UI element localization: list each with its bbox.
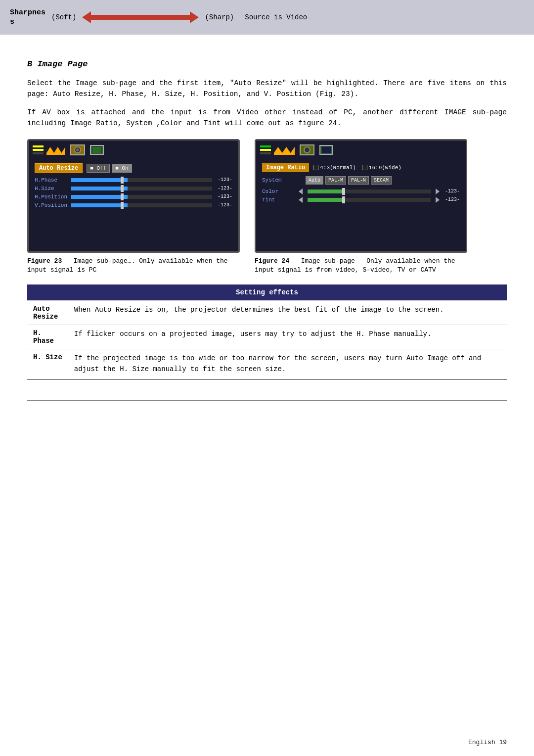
effects-table-header-row: Setting effects [27, 284, 507, 301]
hphase-thumb [121, 177, 124, 184]
table-row: H. Size If the projected image is too wi… [27, 349, 507, 379]
ratio-wide: 16:9(Wide) [362, 165, 401, 171]
hsize-track [71, 187, 212, 190]
auto-resize-label: Auto Resize [35, 163, 83, 173]
figure-23-monitor: Auto Resize ■ Off ■ On H.Phase - [27, 139, 240, 253]
arrow-left-icon [82, 11, 91, 23]
figures-row: Auto Resize ■ Off ■ On H.Phase - [27, 139, 507, 275]
toggle-on[interactable]: ■ On [112, 164, 132, 173]
image-ratio-label: Image Ratio [262, 163, 309, 172]
term-auto-resize: Auto Resize [27, 301, 68, 325]
hphase-row: H.Phase -123- [35, 177, 232, 183]
hpos-label: H.Position [35, 194, 68, 200]
sys-palm[interactable]: PAL-M [325, 176, 346, 185]
vpos-row: V.Position -123- [35, 202, 232, 208]
body-para-2: If AV box is attached and the input is f… [27, 107, 507, 129]
sharpness-bar: Sharpnes s (Soft) (Sharp) Source is Vide… [0, 0, 534, 35]
footer-divider [27, 400, 507, 401]
toolbar-icon-screen [90, 145, 104, 155]
vpos-value: -123- [215, 202, 232, 208]
tint-thumb [342, 196, 345, 203]
sharpness-label: Sharpnes s [10, 8, 45, 27]
monitor-toolbar-23 [33, 144, 234, 155]
hphase-track [71, 178, 212, 182]
sys-secam[interactable]: SECAM [371, 176, 392, 185]
table-row: Auto Resize When Auto Resize is on, the … [27, 301, 507, 325]
table-row: H. Phase If flicker occurs on a projecte… [27, 325, 507, 349]
figure-24-caption-label: Figure 24 [255, 257, 289, 265]
hpos-value: -123- [215, 194, 232, 199]
color-label: Color [262, 189, 296, 194]
hphase-label: H.Phase [35, 177, 68, 183]
hpos-track [71, 195, 212, 199]
figure-23-block: Auto Resize ■ Off ■ On H.Phase - [27, 139, 240, 275]
tint-value: -123- [443, 197, 460, 202]
term-hsize: H. Size [27, 349, 68, 379]
ratio-wide-text: 16:9(Wide) [369, 165, 401, 171]
sharpness-slider [82, 11, 199, 23]
system-row: System Auto PAL-M PAL-N SECAM [262, 176, 460, 185]
hsize-thumb [121, 185, 124, 192]
term-hphase: H. Phase [27, 325, 68, 349]
color-track [308, 189, 431, 193]
hphase-fill [71, 178, 128, 182]
toolbar-icon-gear [70, 144, 85, 155]
soft-label: (Soft) [51, 13, 76, 21]
color-row: Color -123- [262, 189, 460, 194]
source-label: Source is Video [245, 13, 307, 21]
tint-arrow-left [299, 197, 303, 203]
sys-auto[interactable]: Auto [306, 176, 323, 185]
toolbar-icon-bars [33, 145, 44, 154]
sys-paln[interactable]: PAL-N [348, 176, 369, 185]
desc-hsize: If the projected image is too wide or to… [68, 349, 507, 379]
figure-23-caption-label: Figure 23 [27, 257, 62, 265]
radio-box-normal [313, 165, 318, 170]
vpos-track [71, 203, 212, 207]
desc-hphase: If flicker occurs on a projected image, … [68, 325, 507, 349]
toolbar-icon-gear-24 [300, 144, 314, 155]
section-b-heading: B Image Page [27, 59, 507, 69]
image-ratio-row: Image Ratio 4:3(Normal) 16:9(Wide) [262, 163, 460, 172]
color-arrow-left [299, 189, 303, 194]
toolbar-icon-wave-24 [274, 145, 295, 155]
auto-resize-row: Auto Resize ■ Off ■ On [35, 163, 232, 173]
color-arrow-right [436, 189, 440, 194]
toggle-off[interactable]: ■ Off [87, 164, 110, 173]
monitor-toolbar-24 [260, 144, 462, 155]
effects-table-header: Setting effects [27, 284, 507, 301]
system-label: System [262, 177, 302, 183]
slider-track [91, 15, 190, 20]
hsize-fill [71, 187, 128, 190]
tint-row: Tint -123- [262, 197, 460, 203]
tint-track [308, 198, 431, 202]
hsize-label: H.Size [35, 186, 68, 191]
toolbar-icon-screen-24 [319, 145, 333, 155]
menu-content-24: Image Ratio 4:3(Normal) 16:9(Wide) Syste… [260, 160, 462, 208]
toolbar-icon-bars-24 [260, 145, 271, 154]
tint-label: Tint [262, 197, 296, 203]
color-fill [308, 189, 345, 193]
vpos-label: V.Position [35, 202, 68, 208]
hsize-row: H.Size -123- [35, 186, 232, 191]
tint-arrow-right [436, 197, 440, 203]
toggle-group: ■ Off ■ On [87, 164, 132, 173]
ratio-normal-text: 4:3(Normal) [320, 165, 356, 171]
figure-24-monitor: Image Ratio 4:3(Normal) 16:9(Wide) Syste… [255, 139, 467, 253]
desc-auto-resize: When Auto Resize is on, the projector de… [68, 301, 507, 325]
toolbar-icon-wave [46, 145, 65, 155]
hpos-row: H.Position -123- [35, 194, 232, 200]
hpos-thumb [121, 193, 124, 200]
main-content: B Image Page Select the Image sub-page a… [0, 35, 534, 400]
arrow-right-icon [190, 11, 199, 23]
hsize-value: -123- [215, 186, 232, 191]
sharp-label: (Sharp) [205, 13, 234, 21]
figure-24-block: Image Ratio 4:3(Normal) 16:9(Wide) Syste… [255, 139, 467, 275]
effects-table: Setting effects Auto Resize When Auto Re… [27, 284, 507, 379]
radio-box-wide [362, 165, 367, 170]
ratio-normal: 4:3(Normal) [313, 165, 356, 171]
body-para-1: Select the Image sub-page and the first … [27, 78, 507, 100]
hpos-fill [71, 195, 128, 199]
figure-23-caption: Figure 23 Image sub-page…. Only availabl… [27, 257, 240, 275]
page-number: English 19 [468, 739, 507, 746]
menu-content-23: Auto Resize ■ Off ■ On H.Phase - [33, 160, 234, 214]
